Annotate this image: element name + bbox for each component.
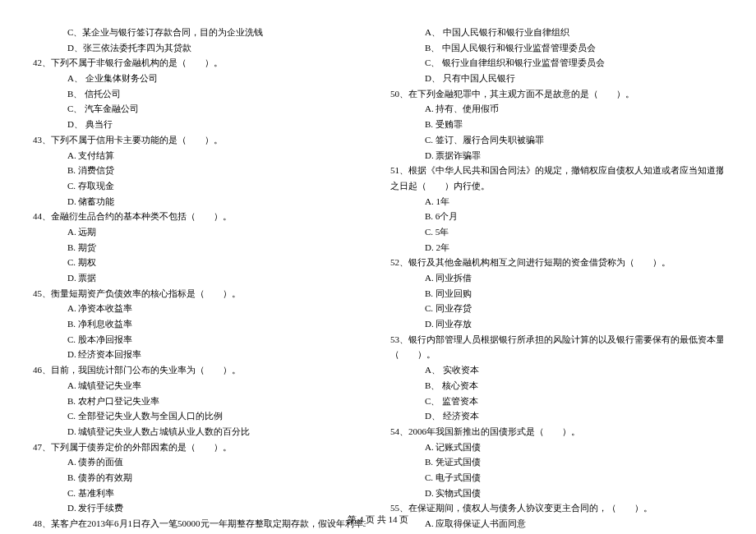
q45-a: A. 净资本收益率: [33, 301, 366, 316]
q47-c: C. 基准利率: [33, 486, 366, 501]
q49-d: D、 只有中国人民银行: [390, 71, 723, 86]
option-c: C、某企业与银行签订存款合同，目的为企业洗钱: [33, 25, 366, 40]
q42-b: B、 信托公司: [33, 86, 366, 102]
exam-page: C、某企业与银行签订存款合同，目的为企业洗钱 D、张三依法委托李四为其贷款 42…: [0, 0, 756, 534]
q46-d: D. 城镇登记失业人数占城镇从业人数的百分比: [33, 424, 366, 440]
q49-c: C、 银行业自律组织和银行业监督管理委员会: [390, 55, 723, 71]
q51-c: C. 5年: [390, 224, 723, 240]
q47-stem: 47、下列属于债券定价的外部因素的是（ ）。: [33, 440, 366, 455]
q46-c: C. 全部登记失业人数与全国人口的比例: [33, 408, 366, 424]
right-column: A、 中国人民银行和银行业自律组织 B、 中国人民银行和银行业监督管理委员会 C…: [390, 25, 723, 534]
q50-a: A. 持有、使用假币: [390, 101, 723, 117]
q53-stem-2: （ ）。: [390, 347, 723, 362]
q50-c: C. 签订、履行合同失职被骗罪: [390, 132, 723, 148]
q47-a: A. 债券的面值: [33, 454, 366, 470]
q42-c: C、 汽车金融公司: [33, 101, 366, 117]
q53-stem-1: 53、银行内部管理人员根据银行所承担的风险计算的以及银行需要保有的最低资本量称为: [390, 332, 723, 348]
q52-c: C. 同业存贷: [390, 301, 723, 316]
q45-d: D. 经济资本回报率: [33, 347, 366, 362]
q51-stem-2: 之日起（ ）内行使。: [390, 178, 723, 194]
q44-a: A. 远期: [33, 224, 366, 240]
q45-c: C. 股本净回报率: [33, 332, 366, 348]
q50-b: B. 受贿罪: [390, 117, 723, 132]
q50-d: D. 票据诈骗罪: [390, 148, 723, 163]
q46-a: A. 城镇登记失业率: [33, 378, 366, 394]
q52-d: D. 同业存放: [390, 316, 723, 332]
q47-b: B. 债券的有效期: [33, 470, 366, 486]
q42-a: A、 企业集体财务公司: [33, 71, 366, 86]
q54-d: D. 实物式国债: [390, 486, 723, 501]
q54-a: A. 记账式国债: [390, 440, 723, 455]
q42-d: D、 典当行: [33, 117, 366, 132]
q52-a: A. 同业拆借: [390, 270, 723, 286]
q54-c: C. 电子式国债: [390, 470, 723, 486]
q44-stem: 44、金融衍生品合约的基本种类不包括（ ）。: [33, 209, 366, 224]
q43-a: A. 支付结算: [33, 148, 366, 163]
option-d: D、张三依法委托李四为其贷款: [33, 40, 366, 56]
q53-d: D、 经济资本: [390, 408, 723, 424]
q52-stem: 52、银行及其他金融机构相互之间进行短期的资金借贷称为（ ）。: [390, 255, 723, 270]
q43-d: D. 储蓄功能: [33, 194, 366, 209]
q50-stem: 50、在下列金融犯罪中，其主观方面不是故意的是（ ）。: [390, 86, 723, 102]
q45-stem: 45、衡量短期资产负债效率的核心指标是（ ）。: [33, 286, 366, 302]
q44-d: D. 票据: [33, 270, 366, 286]
q54-b: B. 凭证式国债: [390, 454, 723, 470]
q54-stem: 54、2006年我国新推出的国债形式是（ ）。: [390, 424, 723, 440]
q51-a: A. 1年: [390, 194, 723, 209]
q53-a: A、 实收资本: [390, 362, 723, 378]
q44-c: C. 期权: [33, 255, 366, 270]
q43-b: B. 消费信贷: [33, 163, 366, 178]
q51-stem-1: 51、根据《中华人民共和国合同法》的规定，撤销权应自债权人知道或者应当知道撤销权…: [390, 163, 723, 178]
q49-b: B、 中国人民银行和银行业监督管理委员会: [390, 40, 723, 56]
q52-b: B. 同业回购: [390, 286, 723, 302]
q45-b: B. 净利息收益率: [33, 316, 366, 332]
q51-b: B. 6个月: [390, 209, 723, 224]
page-footer: 第 4 页 共 14 页: [0, 512, 756, 527]
q51-d: D. 2年: [390, 240, 723, 255]
q43-c: C. 存取现金: [33, 178, 366, 194]
q43-stem: 43、下列不属于信用卡主要功能的是（ ）。: [33, 132, 366, 148]
q46-stem: 46、目前，我国统计部门公布的失业率为（ ）。: [33, 362, 366, 378]
q44-b: B. 期货: [33, 240, 366, 255]
q53-c: C、 监管资本: [390, 394, 723, 409]
left-column: C、某企业与银行签订存款合同，目的为企业洗钱 D、张三依法委托李四为其贷款 42…: [33, 25, 366, 534]
q53-b: B、 核心资本: [390, 378, 723, 394]
q46-b: B. 农村户口登记失业率: [33, 394, 366, 409]
q49-a: A、 中国人民银行和银行业自律组织: [390, 25, 723, 40]
q42-stem: 42、下列不属于非银行金融机构的是（ ）。: [33, 55, 366, 71]
